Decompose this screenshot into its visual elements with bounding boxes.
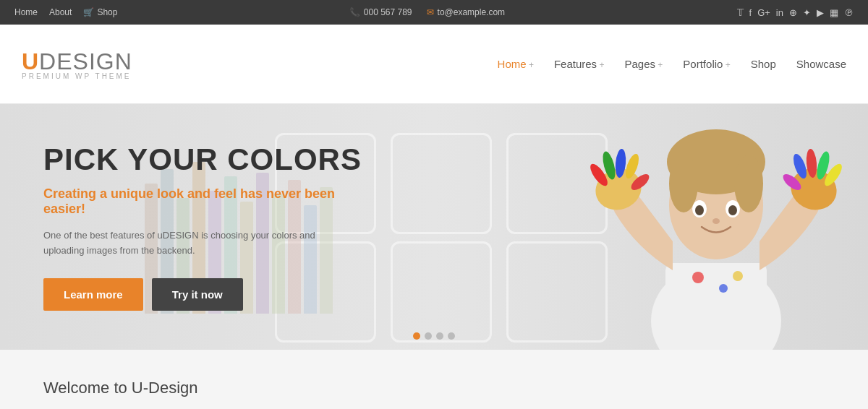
social-pinterest[interactable]: ℗ — [844, 7, 854, 18]
email-address: to@example.com — [438, 7, 506, 17]
social-youtube[interactable]: ▶ — [817, 7, 824, 18]
nav-showcase[interactable]: Showcase — [796, 58, 846, 70]
bottom-title: Welcome to U-Design — [43, 379, 825, 397]
nav-shop[interactable]: 🛒 Shop — [83, 7, 117, 17]
primary-nav: Home Features Pages Portfolio Shop Showc… — [498, 58, 846, 70]
phone-info: 📞 000 567 789 — [349, 7, 412, 17]
hero-content: PICK YOUR COLORS Creating a unique look … — [0, 107, 420, 348]
top-bar: Home About 🛒 Shop 📞 000 567 789 ✉ to@exa… — [0, 0, 868, 25]
nav-pages[interactable]: Pages — [624, 58, 663, 70]
svg-rect-1 — [665, 263, 767, 350]
hero-section: PICK YOUR COLORS Creating a unique look … — [0, 104, 868, 350]
svg-point-26 — [733, 271, 743, 281]
slider-dot-2[interactable] — [425, 332, 432, 340]
child-illustration — [579, 104, 854, 350]
svg-point-9 — [695, 205, 704, 215]
social-yelp[interactable]: ✦ — [803, 7, 811, 18]
social-googleplus[interactable]: G+ — [757, 7, 770, 18]
nav-home[interactable]: Home — [498, 58, 534, 70]
logo-tagline: PREMIUM WP THEME — [22, 72, 132, 80]
svg-point-24 — [692, 272, 704, 283]
nav-shop[interactable]: Shop — [751, 58, 776, 70]
hero-description: One of the best features of uDESIGN is c… — [43, 228, 318, 259]
hero-title: PICK YOUR COLORS — [43, 143, 376, 176]
social-linkedin[interactable]: in — [776, 7, 783, 18]
top-nav: Home About 🛒 Shop — [14, 7, 117, 17]
social-twitter[interactable]: 𝕋 — [737, 7, 744, 18]
logo-wordmark: UDESIGN — [22, 48, 132, 75]
nav-home[interactable]: Home — [14, 7, 38, 17]
nav-features[interactable]: Features — [554, 58, 605, 70]
hero-subtitle: Creating a unique look and feel has neve… — [43, 186, 376, 217]
nav-about[interactable]: About — [49, 7, 72, 17]
hero-cta-buttons: Learn more Try it now — [43, 278, 376, 311]
social-facebook[interactable]: f — [749, 7, 752, 18]
nav-portfolio[interactable]: Portfolio — [683, 58, 730, 70]
logo[interactable]: UDESIGN PREMIUM WP THEME — [22, 48, 132, 80]
phone-number: 000 567 789 — [364, 7, 412, 17]
contact-info: 📞 000 567 789 ✉ to@example.com — [349, 7, 505, 17]
slider-dot-4[interactable] — [448, 332, 455, 340]
email-info: ✉ to@example.com — [427, 7, 506, 17]
social-instagram[interactable]: ⊕ — [789, 7, 797, 18]
main-nav: UDESIGN PREMIUM WP THEME Home Features P… — [0, 25, 868, 104]
svg-point-25 — [719, 284, 728, 293]
social-links: 𝕋 f G+ in ⊕ ✦ ▶ ▦ ℗ — [737, 7, 854, 18]
slider-dot-3[interactable] — [436, 332, 443, 340]
learn-more-button[interactable]: Learn more — [43, 278, 143, 311]
bottom-section: Welcome to U-Design — [0, 350, 868, 409]
try-now-button[interactable]: Try it now — [152, 278, 243, 311]
email-icon: ✉ — [427, 7, 434, 17]
social-flickr[interactable]: ▦ — [830, 7, 838, 18]
phone-icon: 📞 — [349, 7, 360, 17]
cart-icon: 🛒 — [83, 7, 94, 17]
hero-image — [564, 104, 868, 350]
svg-point-10 — [728, 205, 737, 215]
svg-point-11 — [712, 218, 720, 224]
